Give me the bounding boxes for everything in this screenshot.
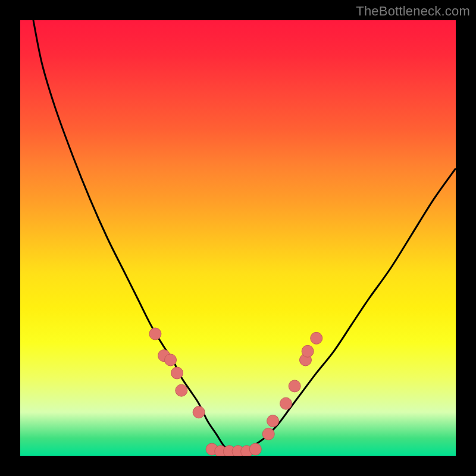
curve-path — [33, 20, 456, 452]
data-marker — [176, 384, 187, 396]
data-marker — [302, 345, 314, 357]
chart-svg — [20, 20, 456, 456]
data-marker — [280, 397, 292, 409]
data-marker — [149, 328, 161, 340]
plot-area — [20, 20, 456, 456]
data-marker — [193, 406, 205, 418]
data-marker — [267, 415, 279, 427]
data-marker — [262, 428, 274, 440]
data-marker — [165, 354, 177, 366]
data-marker — [311, 332, 322, 344]
data-marker — [249, 443, 261, 455]
data-marker — [171, 367, 183, 379]
watermark-text: TheBottleneck.com — [356, 4, 470, 19]
chart-frame: TheBottleneck.com — [0, 0, 476, 476]
bottleneck-curve — [33, 20, 456, 452]
data-markers — [149, 328, 322, 456]
data-marker — [289, 380, 300, 392]
